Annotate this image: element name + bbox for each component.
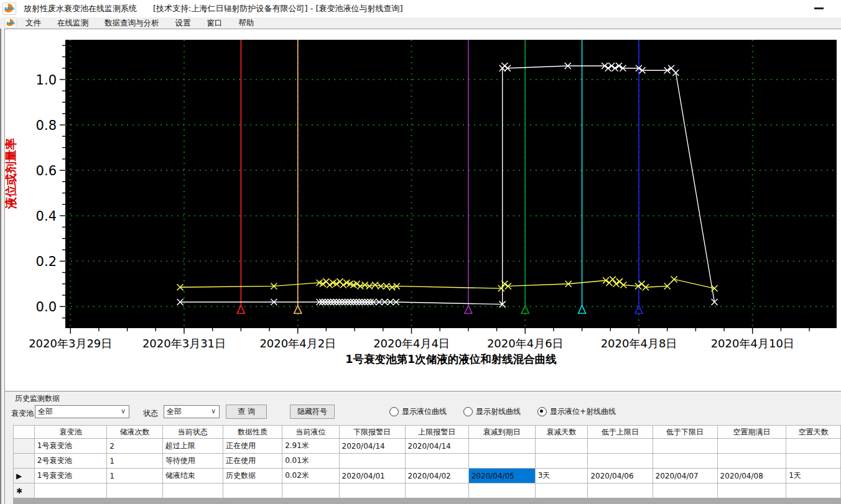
column-header-10[interactable]: 低于上限日 xyxy=(588,426,653,439)
table-cell[interactable] xyxy=(339,483,405,498)
column-header-11[interactable]: 低于下限日 xyxy=(653,426,717,439)
table-cell[interactable] xyxy=(535,454,588,469)
radio-2[interactable]: 显示射线曲线 xyxy=(463,406,521,417)
column-header-3[interactable]: 当前状态 xyxy=(162,426,223,439)
new-row-indicator[interactable]: ✱ xyxy=(14,483,35,498)
table-cell[interactable] xyxy=(717,454,786,469)
table-cell[interactable] xyxy=(107,483,163,498)
column-header-1[interactable]: 衰变池 xyxy=(34,426,106,439)
table-cell[interactable] xyxy=(653,483,717,498)
table-cell[interactable]: 1号衰变池 xyxy=(34,469,106,483)
table-cell[interactable]: 2020/04/08 xyxy=(717,469,786,483)
table-cell[interactable] xyxy=(786,439,841,454)
status-filter-label: 状态 xyxy=(143,408,158,419)
table-cell[interactable]: 2 xyxy=(107,439,163,454)
column-header-7[interactable]: 上限报警日 xyxy=(405,426,468,439)
table-cell[interactable]: 2020/04/01 xyxy=(339,469,405,483)
groupbox-label: 历史监测数据 xyxy=(15,393,60,404)
table-cell[interactable]: 2020/04/06 xyxy=(588,469,653,483)
table-cell[interactable]: 正在使用 xyxy=(223,439,282,454)
table-row: ✱ xyxy=(14,483,841,498)
column-header-6[interactable]: 下限报警日 xyxy=(339,426,405,439)
row-selector[interactable] xyxy=(14,439,35,454)
table-cell[interactable]: 1 xyxy=(107,469,163,483)
table-cell[interactable]: 0.02米 xyxy=(282,469,339,483)
table-cell[interactable] xyxy=(653,439,717,454)
table-cell[interactable]: 1号衰变池 xyxy=(34,439,106,454)
chart-svg: 0.00.20.40.60.81.02020年3月29日2020年3月31日20… xyxy=(5,29,841,392)
current-row-indicator[interactable]: ▶ xyxy=(14,469,35,483)
radio-3[interactable]: 显示液位+射线曲线 xyxy=(537,406,616,417)
history-panel: 历史监测数据 衰变池 全部 ∨ 状态 全部 ∨ 查 询 隐藏符号 显示液位曲线显… xyxy=(5,391,841,504)
pool-filter-combobox[interactable]: 全部 ∨ xyxy=(35,405,129,418)
app-logo-icon xyxy=(2,2,16,15)
radio-1[interactable]: 显示液位曲线 xyxy=(389,406,447,417)
table-cell[interactable]: 超过上限 xyxy=(162,439,223,454)
table-cell[interactable]: 1天 xyxy=(786,469,841,483)
table-cell[interactable]: 3天 xyxy=(535,469,588,483)
table-cell[interactable]: 0.01米 xyxy=(282,454,339,469)
table-cell[interactable]: 2号衰变池 xyxy=(34,454,106,469)
table-cell[interactable] xyxy=(468,439,535,454)
table-cell[interactable] xyxy=(282,483,339,498)
table-cell[interactable] xyxy=(468,483,535,498)
table-cell[interactable]: 历史数据 xyxy=(223,469,282,483)
column-header-4[interactable]: 数据性质 xyxy=(223,426,282,439)
table-cell[interactable]: 储液结束 xyxy=(162,469,223,483)
table-cell[interactable]: 2020/04/14 xyxy=(405,439,468,454)
menu-item-6[interactable]: 帮助 xyxy=(231,18,263,29)
menu-item-3[interactable]: 数据查询与分析 xyxy=(96,18,167,29)
table-cell[interactable] xyxy=(717,483,786,498)
query-button[interactable]: 查 询 xyxy=(226,405,267,419)
radio-circle-icon[interactable] xyxy=(537,407,547,416)
table-cell[interactable]: 2020/04/14 xyxy=(339,439,405,454)
column-header-8[interactable]: 衰减到期日 xyxy=(468,426,535,439)
table-cell[interactable]: 2020/04/07 xyxy=(653,469,717,483)
title-bar: 放射性废水衰变池在线监测系统 [技术支持:上海仁日辐射防护设备有限公司] - [… xyxy=(0,0,841,18)
column-header-9[interactable]: 衰减天数 xyxy=(535,426,588,439)
app-title: 放射性废水衰变池在线监测系统 xyxy=(24,3,137,14)
column-header-2[interactable]: 储液次数 xyxy=(107,426,163,439)
table-cell[interactable]: 2020/04/05 xyxy=(468,469,535,483)
row-selector-header xyxy=(14,426,35,439)
table-cell[interactable] xyxy=(34,483,106,498)
table-cell[interactable] xyxy=(339,454,405,469)
column-header-12[interactable]: 空置期满日 xyxy=(717,426,786,439)
hide-symbols-button[interactable]: 隐藏符号 xyxy=(290,405,335,419)
table-cell[interactable] xyxy=(223,483,282,498)
y-tick-label: 0.0 xyxy=(36,300,57,314)
table-cell[interactable] xyxy=(405,454,468,469)
table-cell[interactable] xyxy=(786,454,841,469)
menu-item-4[interactable]: 设置 xyxy=(167,18,199,29)
column-header-5[interactable]: 当前液位 xyxy=(282,426,339,439)
table-cell[interactable] xyxy=(535,483,588,498)
menu-item-2[interactable]: 在线监测 xyxy=(49,18,96,29)
row-selector[interactable] xyxy=(14,454,35,469)
table-cell[interactable]: 正在使用 xyxy=(223,454,282,469)
table-cell[interactable] xyxy=(588,439,653,454)
y-tick-label: 0.6 xyxy=(36,163,57,178)
status-filter-combobox[interactable]: 全部 ∨ xyxy=(164,405,220,418)
table-cell[interactable]: 1 xyxy=(107,454,163,469)
table-cell[interactable] xyxy=(653,454,717,469)
table-cell[interactable] xyxy=(786,483,841,498)
table-cell[interactable] xyxy=(468,454,535,469)
table-cell[interactable]: 2.91米 xyxy=(282,439,339,454)
table-cell[interactable] xyxy=(162,483,223,498)
menu-item-1[interactable]: 文件 xyxy=(17,18,49,29)
table-cell[interactable] xyxy=(588,454,653,469)
table-cell[interactable]: 等待使用 xyxy=(162,454,223,469)
table-cell[interactable] xyxy=(405,483,468,498)
column-header-13[interactable]: 空置天数 xyxy=(786,426,841,439)
table-cell[interactable] xyxy=(717,439,786,454)
table-cell[interactable]: 2020/04/02 xyxy=(405,469,468,483)
radio-circle-icon[interactable] xyxy=(389,407,399,416)
radio-circle-icon[interactable] xyxy=(463,407,473,416)
y-tick-label: 0.2 xyxy=(36,254,57,269)
table-cell[interactable] xyxy=(588,483,653,498)
child-window-icon[interactable] xyxy=(5,18,17,29)
table-row: ▶1号衰变池1储液结束历史数据0.02米2020/04/012020/04/02… xyxy=(14,469,841,483)
minimize-button[interactable] xyxy=(814,7,824,9)
menu-item-5[interactable]: 窗口 xyxy=(199,18,231,29)
table-cell[interactable] xyxy=(535,439,588,454)
